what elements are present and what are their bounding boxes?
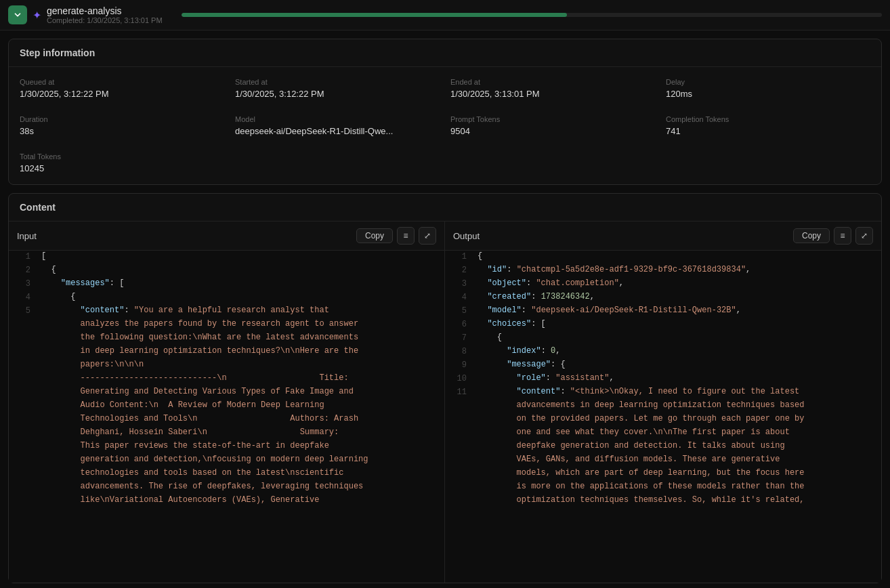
code-line: Audio Content:\n A Review of Modern Deep… xyxy=(9,400,444,413)
duration-field: Duration 38s xyxy=(20,115,224,136)
output-copy-button[interactable]: Copy xyxy=(793,228,830,243)
code-line: 6 "choices": [ xyxy=(445,318,881,332)
ended-at-value: 1/30/2025, 3:13:01 PM xyxy=(450,89,655,99)
step-info-row-2: Duration 38s Model deepseek-ai/DeepSeek-… xyxy=(9,110,881,147)
prompt-tokens-field: Prompt Tokens 9504 xyxy=(450,115,655,136)
code-line: 10 "role": "assistant", xyxy=(445,373,881,386)
code-line: 9 "message": { xyxy=(445,359,881,373)
code-line: on the provided papers. Let me go throug… xyxy=(445,413,881,427)
code-line: Dehghani, Hossein Saberi\n Summary: xyxy=(9,427,444,440)
started-at-label: Started at xyxy=(235,78,440,86)
duration-label: Duration xyxy=(20,115,224,123)
code-line: Technologies and Tools\n Authors: Arash xyxy=(9,413,444,427)
input-expand-button[interactable]: ⤢ xyxy=(419,227,436,245)
step-info-row-3: Total Tokens 10245 xyxy=(9,147,881,184)
input-panel-header: Input Copy ≡ ⤢ xyxy=(9,222,444,251)
content-section: Content Input Copy ≡ ⤢ 1 [ xyxy=(8,193,882,583)
completion-tokens-value: 741 xyxy=(666,126,870,136)
completion-tokens-label: Completion Tokens xyxy=(666,115,870,123)
code-line: 5 "content": "You are a helpful research… xyxy=(9,305,444,318)
progress-bar-container xyxy=(182,13,882,17)
queued-at-field: Queued at 1/30/2025, 3:12:22 PM xyxy=(20,78,224,99)
code-line: 2 { xyxy=(9,264,444,278)
delay-value: 120ms xyxy=(666,89,870,99)
prompt-tokens-value: 9504 xyxy=(450,126,655,136)
input-code-area[interactable]: 1 [ 2 { 3 "messages": [ 4 { xyxy=(9,251,444,583)
code-line: advancements in deep learning optimizati… xyxy=(445,400,881,413)
output-panel-header: Output Copy ≡ ⤢ xyxy=(445,222,881,251)
progress-bar-fill xyxy=(182,13,567,17)
output-wrap-button[interactable]: ≡ xyxy=(834,227,851,245)
code-line: 5 "model": "deepseek-ai/DeepSeek-R1-Dist… xyxy=(445,305,881,318)
duration-value: 38s xyxy=(20,126,224,136)
step-section-header: Step information xyxy=(9,39,881,67)
code-line: advancements. The rise of deepfakes, lev… xyxy=(9,481,444,495)
main-content: Step information Queued at 1/30/2025, 3:… xyxy=(0,39,890,583)
started-at-value: 1/30/2025, 3:12:22 PM xyxy=(235,89,440,99)
code-line: 1 [ xyxy=(9,251,444,264)
code-line: 11 "content": "<think>\nOkay, I need to … xyxy=(445,386,881,400)
ended-at-label: Ended at xyxy=(450,78,655,86)
prompt-tokens-label: Prompt Tokens xyxy=(450,115,655,123)
collapse-button[interactable] xyxy=(8,5,27,24)
code-line: 4 { xyxy=(9,291,444,305)
total-tokens-label: Total Tokens xyxy=(20,152,224,161)
delay-field: Delay 120ms xyxy=(666,78,870,99)
task-subtitle: Completed: 1/30/2025, 3:13:01 PM xyxy=(47,16,163,24)
input-panel: Input Copy ≡ ⤢ 1 [ 2 { xyxy=(9,222,445,583)
started-at-field: Started at 1/30/2025, 3:12:22 PM xyxy=(235,78,440,99)
code-line: technologies and tools based on the late… xyxy=(9,467,444,481)
code-line: VAEs, GANs, and diffusion models. These … xyxy=(445,454,881,467)
code-line: 1 { xyxy=(445,251,881,264)
panels-container: Input Copy ≡ ⤢ 1 [ 2 { xyxy=(9,222,881,583)
content-section-header: Content xyxy=(9,194,881,222)
delay-label: Delay xyxy=(666,78,870,86)
code-line: 7 { xyxy=(445,332,881,345)
output-panel-title: Output xyxy=(453,231,480,241)
output-code-area[interactable]: 1 { 2 "id": "chatcmpl-5a5d2e8e-adf1-9329… xyxy=(445,251,881,583)
code-line: 3 "messages": [ xyxy=(9,278,444,291)
code-line: papers:\n\n\n xyxy=(9,359,444,373)
top-bar-left: ✦ generate-analysis Completed: 1/30/2025… xyxy=(8,5,163,24)
input-panel-title: Input xyxy=(17,231,37,241)
total-tokens-value: 10245 xyxy=(20,163,224,173)
step-information-section: Step information Queued at 1/30/2025, 3:… xyxy=(8,39,882,185)
code-line: 4 "created": 1738246342, xyxy=(445,291,881,305)
code-line: like\nVariational Autoencoders (VAEs), G… xyxy=(9,495,444,508)
code-line: Generating and Detecting Various Types o… xyxy=(9,386,444,400)
code-line: 2 "id": "chatcmpl-5a5d2e8e-adf1-9329-bf9… xyxy=(445,264,881,278)
output-panel-actions: Copy ≡ ⤢ xyxy=(793,227,873,245)
output-panel: Output Copy ≡ ⤢ 1 { 2 "id": "chatcmpl-5a… xyxy=(445,222,881,583)
completion-tokens-field: Completion Tokens 741 xyxy=(666,115,870,136)
code-line: analyzes the papers found by the researc… xyxy=(9,318,444,332)
code-line: is more on the applications of these mod… xyxy=(445,481,881,495)
code-line: 3 "object": "chat.completion", xyxy=(445,278,881,291)
queued-at-value: 1/30/2025, 3:12:22 PM xyxy=(20,89,224,99)
model-value: deepseek-ai/DeepSeek-R1-Distill-Qwe... xyxy=(235,126,440,136)
code-line: optimization techniques themselves. So, … xyxy=(445,495,881,508)
code-line: 8 "index": 0, xyxy=(445,345,881,359)
code-line: the following question:\nWhat are the la… xyxy=(9,332,444,345)
total-tokens-field: Total Tokens 10245 xyxy=(20,152,224,173)
input-wrap-button[interactable]: ≡ xyxy=(397,227,415,245)
code-line: generation and detection,\nfocusing on m… xyxy=(9,454,444,467)
code-line: ----------------------------\n Title: xyxy=(9,373,444,386)
code-line: deepfake generation and detection. It ta… xyxy=(445,440,881,454)
model-label: Model xyxy=(235,115,440,123)
input-panel-actions: Copy ≡ ⤢ xyxy=(356,227,436,245)
ended-at-field: Ended at 1/30/2025, 3:13:01 PM xyxy=(450,78,655,99)
input-copy-button[interactable]: Copy xyxy=(356,228,393,243)
queued-at-label: Queued at xyxy=(20,78,224,86)
step-info-row-1: Queued at 1/30/2025, 3:12:22 PM Started … xyxy=(9,67,881,110)
top-bar: ✦ generate-analysis Completed: 1/30/2025… xyxy=(0,0,890,30)
code-line: models, which are part of deep learning,… xyxy=(445,467,881,481)
code-line: one and see what they cover.\n\nThe firs… xyxy=(445,427,881,440)
task-title: generate-analysis xyxy=(47,5,163,16)
code-line: This paper reviews the state-of-the-art … xyxy=(9,440,444,454)
model-field: Model deepseek-ai/DeepSeek-R1-Distill-Qw… xyxy=(235,115,440,136)
code-line: in deep learning optimization techniques… xyxy=(9,345,444,359)
task-info: generate-analysis Completed: 1/30/2025, … xyxy=(47,5,163,24)
output-expand-button[interactable]: ⤢ xyxy=(855,227,873,245)
sparkle-icon: ✦ xyxy=(33,9,41,22)
